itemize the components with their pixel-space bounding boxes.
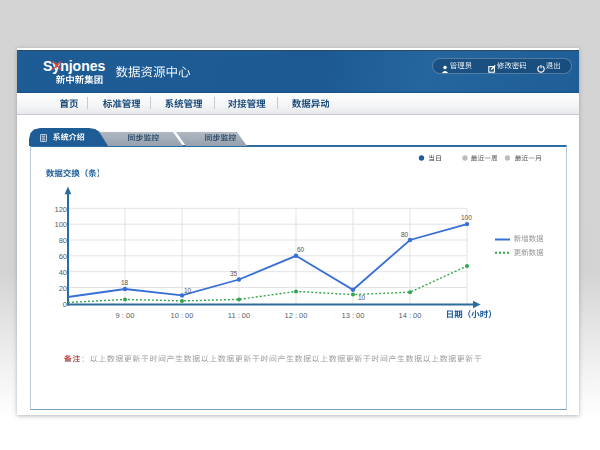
svg-text:100: 100 bbox=[461, 214, 472, 221]
svg-text:13 : 00: 13 : 00 bbox=[342, 311, 365, 320]
svg-text:9 : 00: 9 : 00 bbox=[116, 311, 135, 320]
svg-text:40: 40 bbox=[59, 268, 67, 277]
svg-text:10 : 00: 10 : 00 bbox=[171, 311, 194, 320]
svg-text:11 : 00: 11 : 00 bbox=[228, 311, 250, 320]
svg-text:10: 10 bbox=[184, 287, 192, 294]
svg-text:20: 20 bbox=[59, 284, 67, 293]
svg-text:80: 80 bbox=[59, 236, 67, 245]
svg-text:60: 60 bbox=[59, 252, 67, 261]
svg-text:10: 10 bbox=[358, 294, 366, 301]
svg-text:14 : 00: 14 : 00 bbox=[399, 311, 422, 320]
svg-text:120: 120 bbox=[54, 205, 67, 214]
svg-text:60: 60 bbox=[297, 246, 305, 253]
svg-text:12 : 00: 12 : 00 bbox=[285, 311, 308, 320]
svg-text:18: 18 bbox=[121, 279, 129, 286]
svg-text:35: 35 bbox=[230, 270, 238, 277]
svg-text:80: 80 bbox=[401, 231, 409, 238]
svg-text:0: 0 bbox=[63, 300, 67, 309]
svg-text:100: 100 bbox=[54, 220, 67, 229]
